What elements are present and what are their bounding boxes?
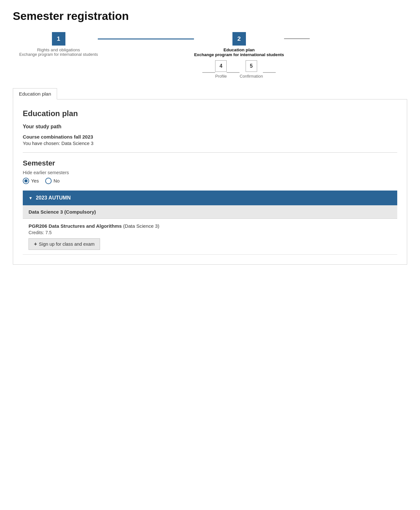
sub-step-5-label: Confirmation bbox=[239, 74, 263, 79]
radio-group: Yes No bbox=[23, 178, 397, 184]
step-2-box: 2 bbox=[232, 32, 246, 46]
chevron-down-icon: ▼ bbox=[29, 196, 33, 200]
plus-icon: + bbox=[34, 241, 37, 247]
education-plan-title: Education plan bbox=[23, 109, 397, 118]
sub-connector-mid bbox=[227, 72, 239, 73]
sub-step-4[interactable]: 4 Profile bbox=[215, 60, 227, 79]
step-2-label: Education plan Exchange program for inte… bbox=[194, 47, 284, 57]
course-track: (Data Science 3) bbox=[123, 223, 159, 229]
step-1-label: Rights and obligations Exchange program … bbox=[19, 47, 98, 57]
course-credits: Credits: 7.5 bbox=[29, 230, 391, 235]
step-1-sublabel: Exchange program for international stude… bbox=[19, 52, 98, 57]
signup-button-label: Sign up for class and exam bbox=[39, 242, 95, 247]
sub-connector-left bbox=[202, 72, 215, 73]
radio-no-label: No bbox=[54, 178, 60, 183]
sub-step-4-label: Profile bbox=[215, 74, 227, 79]
step-1-title: Rights and obligations bbox=[19, 47, 98, 52]
connector-trailing bbox=[284, 38, 310, 39]
sub-step-5[interactable]: 5 Confirmation bbox=[239, 60, 263, 79]
radio-yes-option[interactable]: Yes bbox=[23, 178, 39, 184]
tab-education-plan[interactable]: Education plan bbox=[13, 88, 57, 99]
step-2[interactable]: 2 Education plan Exchange program for in… bbox=[194, 32, 284, 79]
content-panel: Education plan Your study path Course co… bbox=[13, 99, 407, 265]
sub-step-5-box: 5 bbox=[246, 60, 257, 72]
sub-steps-row: 4 Profile 5 Confirmation bbox=[202, 60, 276, 79]
step-2-title: Education plan bbox=[194, 47, 284, 52]
step-1[interactable]: 1 Rights and obligations Exchange progra… bbox=[19, 32, 98, 57]
course-track-value: Data Science 3 bbox=[125, 223, 158, 229]
step-1-box: 1 bbox=[52, 32, 65, 46]
course-combo-label: Course combinations fall 2023 bbox=[23, 134, 397, 140]
sub-step-4-box: 4 bbox=[215, 60, 227, 72]
divider-1 bbox=[23, 152, 397, 153]
semester-section-title: Semester bbox=[23, 159, 397, 167]
course-row: PGR206 Data Structures and Algorithms (D… bbox=[23, 219, 397, 255]
radio-yes-label: Yes bbox=[31, 178, 39, 183]
radio-yes-circle[interactable] bbox=[23, 178, 29, 184]
connector-1-2 bbox=[98, 38, 194, 39]
course-group-label: Data Science 3 (Compulsory) bbox=[29, 209, 96, 215]
course-group-header: Data Science 3 (Compulsory) bbox=[23, 205, 397, 219]
semester-name: 2023 AUTUMN bbox=[36, 195, 71, 201]
course-row-title: PGR206 Data Structures and Algorithms (D… bbox=[29, 223, 391, 229]
page-title: Semester registration bbox=[13, 10, 407, 22]
course-name-text: Data Structures and Algorithms bbox=[49, 223, 122, 229]
credits-label: Credits: bbox=[29, 230, 44, 235]
tab-bar: Education plan bbox=[13, 88, 407, 99]
hide-earlier-label: Hide earlier semesters bbox=[23, 170, 397, 175]
radio-no-circle[interactable] bbox=[45, 178, 52, 184]
study-path-label: Your study path bbox=[23, 124, 397, 130]
stepper: 1 Rights and obligations Exchange progra… bbox=[13, 32, 407, 79]
radio-no-option[interactable]: No bbox=[45, 178, 60, 184]
course-combo-value: You have chosen: Data Science 3 bbox=[23, 141, 397, 146]
signup-button[interactable]: + Sign up for class and exam bbox=[29, 238, 100, 250]
step-2-sublabel: Exchange program for international stude… bbox=[194, 52, 284, 57]
sub-connector-right bbox=[263, 72, 276, 73]
course-code: PGR206 bbox=[29, 223, 47, 229]
semester-accordion[interactable]: ▼ 2023 AUTUMN bbox=[23, 191, 397, 205]
credits-value: 7.5 bbox=[45, 230, 52, 235]
